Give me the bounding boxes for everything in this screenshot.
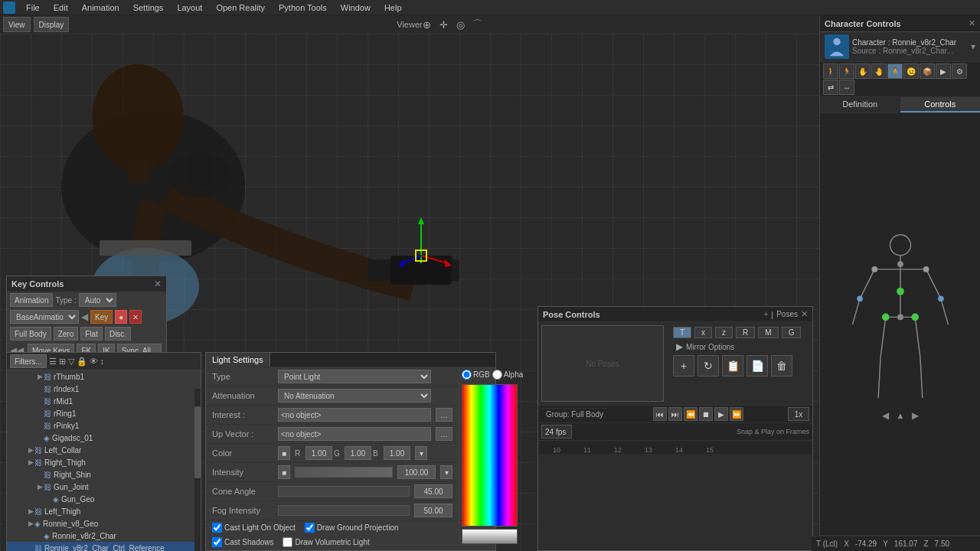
nav-item-gun-geo[interactable]: ◈ Gun_Geo [7,493,201,505]
nav-item-rpinky1[interactable]: ⛓ rPinky1 [7,419,201,432]
kc-stop-btn[interactable]: ✕ [129,310,142,324]
intensity-arrow[interactable]: ▾ [440,465,452,479]
cc-face-icon[interactable]: 😐 [903,64,919,79]
nav-item-ronnie-v8-geo[interactable]: ▶ ◈ Ronnie_v8_Geo [7,517,201,530]
nav-scrollbar-thumb[interactable] [194,406,201,478]
menu-settings[interactable]: Settings [127,2,170,13]
nav-item-rmid1[interactable]: ⛓ rMid1 [7,395,201,407]
light-upvec-input[interactable] [278,427,431,441]
pose-paste-btn[interactable]: 📄 [746,355,768,377]
cast-light-checkbox[interactable] [212,523,222,533]
menu-file[interactable]: File [20,2,46,13]
cc-close-icon[interactable]: ✕ [969,18,975,28]
pose-add-btn[interactable]: + [673,355,694,377]
pose-tab-x[interactable]: x [694,327,712,338]
light-upvec-pick[interactable]: … [436,427,452,441]
nav-item-right-thigh[interactable]: ▶ ⛓ Right_Thigh [7,456,201,468]
light-color-pick-btn[interactable]: ■ [278,446,290,460]
menu-open-reality[interactable]: Open Reality [210,2,271,13]
kc-flat-btn[interactable]: Flat [80,327,103,341]
nav-item-ctrl-reference[interactable]: ⛓ Ronnie_v8r2_Char_Ctrl_Reference [7,542,201,551]
cone-input[interactable] [414,484,452,498]
nav-expand-icon[interactable]: ↕ [100,357,105,366]
navigator-scroll[interactable]: ▶ ⛓ rThumb1 ⛓ rIndex1 ⛓ rMid1 ⛓ [7,370,201,551]
intensity-slider[interactable] [295,467,393,478]
g-channel-input[interactable] [345,446,371,460]
cast-shadows-checkbox[interactable] [212,537,222,547]
light-settings-tab[interactable]: Light Settings [206,353,270,367]
fog-slider[interactable] [278,505,410,516]
nav-item-left-thigh[interactable]: ▶ ⛓ Left_Thigh [7,505,201,517]
transform-icon[interactable]: ✛ [435,17,452,32]
draw-volumetric-checkbox[interactable] [283,537,292,547]
nav-grid-icon[interactable]: ⊞ [59,357,66,367]
nav-list-icon[interactable]: ☰ [49,357,57,367]
nav-item-gun-joint[interactable]: ▶ ⛓ Gun_Joint [7,481,201,493]
kc-animation-btn[interactable]: Animation [10,293,53,307]
pose-refresh-btn[interactable]: ↻ [697,355,719,377]
cc-hand-icon[interactable]: 🤚 [871,64,887,79]
light-interest-input[interactable] [278,408,431,422]
kc-record-btn[interactable]: ● [115,310,127,324]
pose-tab-R[interactable]: R [736,327,755,338]
pose-copy-to-btn[interactable]: 📋 [722,355,743,377]
nav-item-ronnie-char[interactable]: ◈ Ronnie_v8r2_Char [7,530,201,542]
cc-mirror-icon[interactable]: ⇄ [823,80,838,95]
light-color-arrow[interactable]: ▾ [415,446,427,460]
alpha-radio[interactable] [492,370,502,380]
light-atten-select[interactable]: No Attenuation [278,389,431,403]
kc-key-btn[interactable]: Key [90,310,113,324]
light-type-select[interactable]: Point Light [278,370,431,383]
rgb-radio[interactable] [462,370,472,380]
kc-full-body-btn[interactable]: Full Body [10,327,51,341]
nav-eye-icon[interactable]: 👁 [90,357,98,366]
view-button[interactable]: View [3,17,31,32]
menu-layout[interactable]: Layout [171,2,208,13]
rotate-icon[interactable]: ◎ [452,17,469,32]
pose-tab-M[interactable]: M [758,327,778,338]
nav-item-rthumb1[interactable]: ▶ ⛓ rThumb1 [7,370,201,383]
fps-input[interactable] [541,425,572,439]
mirror-expand-icon[interactable]: ▶ [676,341,683,352]
filters-btn[interactable]: Filters... [10,354,47,368]
pose-add-icon[interactable]: + [764,310,769,318]
menu-help[interactable]: Help [378,2,408,13]
kc-zero-btn[interactable]: Zero [54,327,79,341]
cc-run-icon[interactable]: 🏃 [839,64,854,79]
cc-walk-icon[interactable]: 🚶 [823,64,838,79]
nav-scrollbar[interactable] [194,389,201,551]
menu-edit[interactable]: Edit [47,2,74,13]
menu-python-tools[interactable]: Python Tools [273,2,333,13]
rgb-radio-label[interactable]: RGB [462,370,490,380]
cc-settings-icon[interactable]: ⚙ [952,64,967,79]
pose-tab-z[interactable]: z [715,327,733,338]
cc-expand-icon[interactable]: ↔ [839,80,854,95]
key-controls-header[interactable]: Key Controls ✕ [7,276,166,292]
nav-item-left-collar[interactable]: ▶ ⛓ Left_Collar [7,444,201,456]
pb-prev-btn[interactable]: ⏮ [653,407,667,421]
kc-disc-btn[interactable]: Disc. [105,327,131,341]
key-controls-close[interactable]: ✕ [154,279,162,289]
pb-forward-btn[interactable]: ⏩ [730,407,743,421]
cc-pose-icon[interactable]: ✋ [855,64,871,79]
cc-anim-icon[interactable]: ▶ [936,64,951,79]
menu-animation[interactable]: Animation [76,2,126,13]
pose-tab-G[interactable]: G [782,327,802,338]
cc-char-arrow[interactable]: ▾ [971,41,975,52]
light-interest-pick[interactable]: … [436,408,452,422]
playback-rate-input[interactable] [788,407,809,421]
fog-input[interactable] [414,504,452,517]
cc-tab-controls[interactable]: Controls [900,97,981,112]
nav-item-rindex1[interactable]: ⛓ rIndex1 [7,383,201,395]
cc-body-icon[interactable]: 🧍 [887,64,903,79]
transform-gizmo[interactable] [390,214,452,275]
nav-lock-icon[interactable]: 🔒 [77,357,87,367]
color-gradient-swatch[interactable] [462,384,518,527]
nav-filter-icon[interactable]: ▽ [68,357,74,367]
nav-item-gigadsc01[interactable]: ◈ Gigadsc_01 [7,432,201,444]
b-channel-input[interactable] [384,446,410,460]
pb-prev2-btn[interactable]: ⏪ [684,407,697,421]
kc-type-select[interactable]: Auto [79,293,116,307]
brightness-swatch[interactable] [462,529,518,544]
menu-window[interactable]: Window [335,2,377,13]
